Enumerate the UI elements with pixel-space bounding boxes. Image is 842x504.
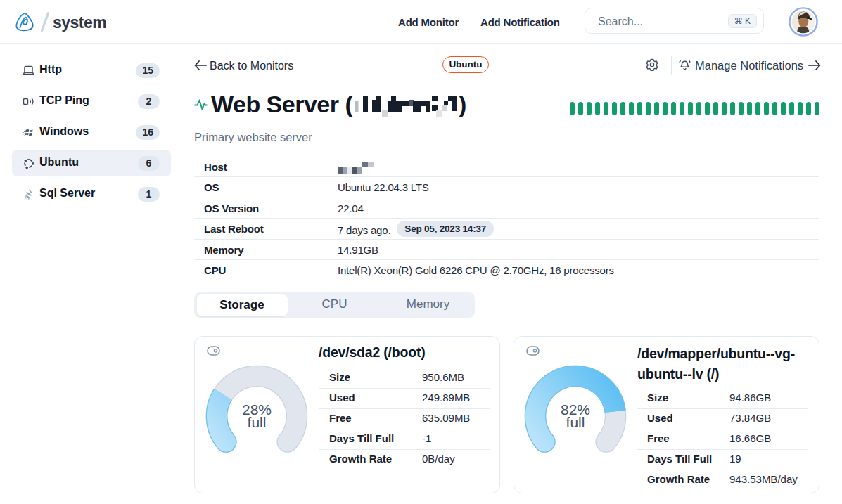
svg-text:full: full [566, 413, 585, 429]
svg-text:full: full [247, 413, 266, 429]
